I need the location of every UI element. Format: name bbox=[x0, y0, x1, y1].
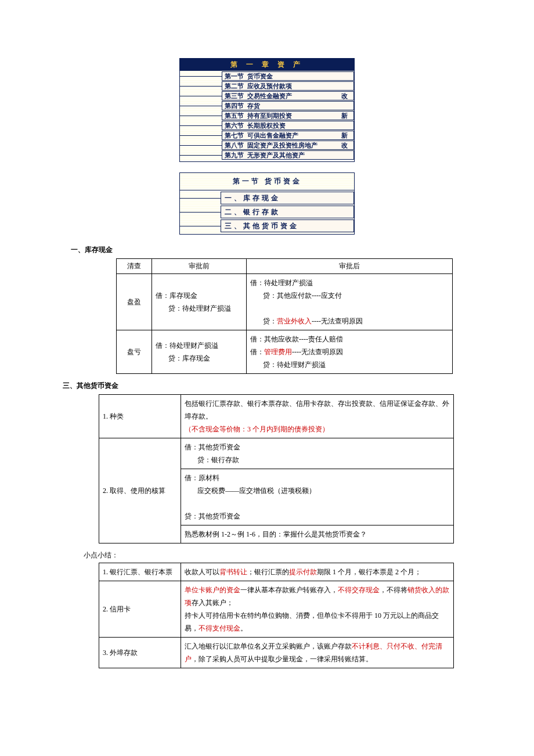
chapter-row-tag bbox=[348, 121, 351, 129]
t2-text-red: （不含现金等价物：3 个月内到期的债券投资） bbox=[185, 425, 329, 433]
t1-text: ----无法查明原因 bbox=[312, 317, 363, 325]
t2-text: 应交税费——应交增值税（进项税额） bbox=[185, 484, 450, 497]
chapter-row-name: 交易性金融资产 bbox=[247, 92, 292, 100]
t3-cell: 单位卡账户的资金一律从基本存款账户转账存入，不得交存现金，不得将销货收入的款项存… bbox=[181, 581, 454, 638]
t1-text-red: 管理费用 bbox=[264, 348, 292, 356]
t1-text: 借： bbox=[250, 348, 264, 356]
t1-text: 借：待处理财产损溢 bbox=[250, 279, 313, 287]
t1-th: 审批前 bbox=[152, 259, 247, 274]
t1-text: 贷：待处理财产损溢 bbox=[156, 302, 243, 315]
t1-cell: 借：待处理财产损溢 贷：库存现金 bbox=[152, 330, 247, 374]
t3-text-red: 单位卡账户的资金 bbox=[185, 586, 240, 594]
chapter-row-tag: 新 bbox=[341, 131, 351, 139]
t2-text: 借：原材料 bbox=[185, 474, 219, 482]
t1-th: 清查 bbox=[117, 259, 152, 274]
chapter-row-num: 第四节 bbox=[225, 102, 244, 110]
t2-text: 包括银行汇票存款、银行本票存款、信用卡存款、存出投资款、信用证保证金存款、外埠存… bbox=[185, 399, 449, 420]
heading-other-monetary: 三、其他货币资金 bbox=[63, 381, 476, 391]
t3-text: 汇入地银行以汇款单位名义开立采购账户，该账户存款 bbox=[185, 642, 352, 650]
summary-note: 小点小结： bbox=[84, 550, 476, 560]
t1-text: 贷：待处理财产损溢 bbox=[250, 358, 449, 371]
t1-th: 审批后 bbox=[247, 259, 453, 274]
t3-text-red: 不得支付现金 bbox=[199, 624, 240, 632]
t3-text-red: 背书转让 bbox=[219, 568, 247, 576]
t1-text: 贷：库存现金 bbox=[156, 352, 243, 365]
chapter-row-num: 第八节 bbox=[225, 141, 244, 149]
t2-cell: 熟悉教材例 1-2～例 1-6，目的：掌握什么是其他货币资金？ bbox=[181, 525, 454, 543]
chapter-title: 第 一 章 资 产 bbox=[180, 59, 354, 71]
t3-cell: 2. 信用卡 bbox=[99, 581, 181, 638]
chapter-row-num: 第五节 bbox=[225, 111, 244, 120]
chapter-row-num: 第三节 bbox=[225, 92, 244, 100]
section1-item: 二、银行存款 bbox=[221, 206, 354, 218]
chapter-row-num: 第二节 bbox=[225, 82, 244, 90]
t2-cell: 1. 种类 bbox=[99, 395, 181, 438]
t3-text: 收款人可以 bbox=[185, 568, 219, 576]
t1-text: ----无法查明原因 bbox=[292, 348, 343, 356]
t2-text: 贷：其他货币资金 bbox=[185, 512, 240, 520]
t1-text: 贷： bbox=[263, 317, 277, 325]
chapter-row-name: 存货 bbox=[247, 102, 260, 110]
chapter-row-tag: 新 bbox=[341, 111, 351, 120]
section1-item: 一、库存现金 bbox=[221, 192, 354, 204]
chapter-row-tag bbox=[348, 102, 351, 110]
t1-text: 借：其他应收款----责任人赔偿 bbox=[250, 335, 343, 343]
chapter-row-name: 无形资产及其他资产 bbox=[247, 151, 305, 159]
t1-text: 借：库存现金 bbox=[156, 291, 197, 300]
t3-cell: 1. 银行汇票、银行本票 bbox=[99, 563, 181, 581]
chapter-rows: 第一节货币资金 第二节应收及预付款项 第三节交易性金融资产改 第四节存货 第五节… bbox=[180, 71, 354, 160]
t1-cell: 盘盈 bbox=[117, 274, 152, 330]
section1-title: 第一节 货币资金 bbox=[180, 173, 354, 190]
t1-cell: 借：其他应收款----责任人赔偿 借：管理费用----无法查明原因 贷：待处理财… bbox=[247, 330, 453, 374]
t3-text: 期限 1 个月，银行本票是 2 个月； bbox=[317, 568, 421, 576]
t3-text-red: 提示付款 bbox=[289, 568, 317, 576]
chapter-row-name: 应收及预付款项 bbox=[247, 82, 292, 90]
chapter-row-name: 固定资产及投资性房地产 bbox=[247, 141, 317, 149]
section1-item: 三、其他货币资金 bbox=[221, 219, 354, 232]
chapter-row-name: 货币资金 bbox=[247, 72, 273, 80]
section1-box: 第一节 货币资金 一、库存现金 二、银行存款 三、其他货币资金 bbox=[179, 172, 355, 235]
other-monetary-table: 1. 种类 包括银行汇票存款、银行本票存款、信用卡存款、存出投资款、信用证保证金… bbox=[99, 394, 454, 543]
chapter-row-tag bbox=[348, 72, 351, 80]
chapter-row-name: 持有至到期投资 bbox=[247, 111, 292, 120]
t3-cell: 3. 外埠存款 bbox=[99, 638, 181, 668]
t2-cell: 包括银行汇票存款、银行本票存款、信用卡存款、存出投资款、信用证保证金存款、外埠存… bbox=[181, 395, 454, 438]
t3-cell: 汇入地银行以汇款单位名义开立采购账户，该账户存款不计利息、只付不收、付完清户，除… bbox=[181, 638, 454, 668]
t2-text: 借：其他货币资金 bbox=[185, 443, 240, 451]
chapter-row-num: 第七节 bbox=[225, 131, 244, 139]
t2-cell: 2. 取得、使用的核算 bbox=[99, 438, 181, 543]
t1-cell: 借：库存现金 贷：待处理财产损溢 bbox=[152, 274, 247, 330]
t3-text: ，不得将 bbox=[380, 586, 407, 594]
t1-text-red: 营业外收入 bbox=[277, 317, 312, 325]
t2-cell: 借：原材料 应交税费——应交增值税（进项税额） 贷：其他货币资金 bbox=[181, 469, 454, 525]
t3-text: 一律从基本存款账户转账存入， bbox=[240, 586, 338, 594]
chapter-row-tag bbox=[348, 151, 351, 159]
t1-text: 借：待处理财产损溢 bbox=[156, 341, 218, 350]
chapter-box: 第 一 章 资 产 第一节货币资金 第二节应收及预付款项 第三节交易性金融资产改… bbox=[179, 58, 355, 162]
t3-text: 存入其账户； bbox=[192, 599, 233, 607]
chapter-row-tag: 改 bbox=[341, 141, 351, 149]
t1-text: 贷：营业外收入----无法查明原因 bbox=[250, 315, 449, 327]
chapter-row-tag: 改 bbox=[341, 92, 351, 100]
t2-cell: 借：其他货币资金 贷：银行存款 bbox=[181, 438, 454, 469]
t3-text: 。 bbox=[240, 624, 247, 632]
chapter-row-num: 第六节 bbox=[225, 121, 244, 129]
chapter-row-name: 长期股权投资 bbox=[247, 121, 286, 129]
chapter-row-num: 第一节 bbox=[225, 72, 244, 80]
t2-text: 贷：银行存款 bbox=[185, 453, 450, 466]
chapter-row-name: 可供出售金融资产 bbox=[247, 131, 298, 139]
t1-cell: 借：待处理财产损溢 贷：其他应付款----应支付 贷：营业外收入----无法查明… bbox=[247, 274, 453, 330]
cash-inventory-table: 清查 审批前 审批后 盘盈 借：库存现金 贷：待处理财产损溢 借：待处理财产损溢… bbox=[116, 258, 453, 374]
t3-text-red: 不得交存现金 bbox=[338, 586, 380, 594]
t3-cell: 收款人可以背书转让；银行汇票的提示付款期限 1 个月，银行本票是 2 个月； bbox=[181, 563, 454, 581]
t1-cell: 盘亏 bbox=[117, 330, 152, 374]
summary-table: 1. 银行汇票、银行本票 收款人可以背书转让；银行汇票的提示付款期限 1 个月，… bbox=[99, 563, 454, 668]
chapter-row-num: 第九节 bbox=[225, 151, 244, 159]
t1-text: 借：管理费用----无法查明原因 bbox=[250, 348, 343, 356]
t1-text: 贷：其他应付款----应支付 bbox=[250, 289, 449, 302]
chapter-row-tag bbox=[348, 82, 351, 90]
t3-text: ；银行汇票的 bbox=[247, 568, 289, 576]
t3-text: ，除了采购人员可从中提取少量现金，一律采用转账结算。 bbox=[192, 655, 373, 663]
heading-cash: 一、库存现金 bbox=[71, 245, 476, 255]
